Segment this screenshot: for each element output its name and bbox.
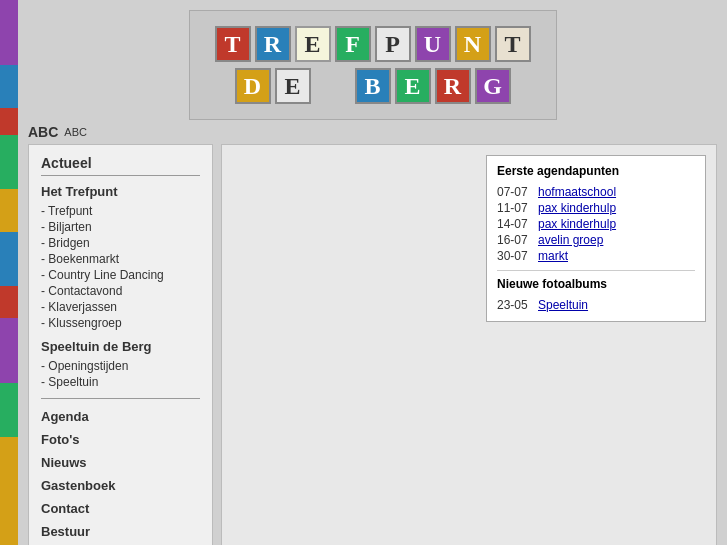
logo-letter-R: R	[255, 26, 291, 62]
agenda-date-2: 11-07	[497, 201, 532, 215]
agenda-link-2[interactable]: pax kinderhulp	[538, 201, 616, 215]
left-color-bar	[0, 0, 18, 545]
agenda-date-5: 30-07	[497, 249, 532, 263]
agenda-divider	[497, 270, 695, 271]
albums-title: Nieuwe fotoalbums	[497, 277, 695, 291]
list-item[interactable]: - Klussengroep	[41, 315, 200, 331]
nav-contact[interactable]: Contact	[41, 499, 200, 518]
nav-fotos[interactable]: Foto's	[41, 430, 200, 449]
agenda-date-3: 14-07	[497, 217, 532, 231]
bar-segment-10	[0, 437, 18, 545]
nav-gastenboek[interactable]: Gastenboek	[41, 476, 200, 495]
agenda-link-3[interactable]: pax kinderhulp	[538, 217, 616, 231]
agenda-link-1[interactable]: hofmaatschool	[538, 185, 616, 199]
sidebar-section-title: Actueel	[41, 155, 200, 176]
agenda-date-1: 07-07	[497, 185, 532, 199]
bar-segment-7	[0, 286, 18, 318]
country-line-dancing-link[interactable]: - Country Line Dancing	[41, 268, 164, 282]
agenda-item-2: 11-07 pax kinderhulp	[497, 200, 695, 216]
openingstijden-link[interactable]: - Openingstijden	[41, 359, 128, 373]
list-item[interactable]: - Biljarten	[41, 219, 200, 235]
logo-letter-G: G	[475, 68, 511, 104]
logo-letter-E2: E	[275, 68, 311, 104]
main-content: Eerste agendapunten 07-07 hofmaatschool …	[221, 144, 717, 545]
bar-segment-2	[0, 65, 18, 108]
agenda-item-3: 14-07 pax kinderhulp	[497, 216, 695, 232]
list-item[interactable]: - Trefpunt	[41, 203, 200, 219]
agenda-date-4: 16-07	[497, 233, 532, 247]
logo-row-2: D E B E R G	[235, 68, 511, 104]
font-large-label[interactable]: ABC	[28, 124, 58, 140]
logo-letter-T: T	[215, 26, 251, 62]
sidebar-trefpunt-title: Het Trefpunt	[41, 184, 200, 199]
font-controls: ABC ABC	[18, 120, 727, 144]
logo-letter-F: F	[335, 26, 371, 62]
bar-segment-4	[0, 135, 18, 189]
logo-letter-N: N	[455, 26, 491, 62]
bar-segment-5	[0, 189, 18, 232]
logo-letter-T2: T	[495, 26, 531, 62]
sidebar: Actueel Het Trefpunt - Trefpunt - Biljar…	[28, 144, 213, 545]
logo-spacer	[315, 68, 351, 104]
klussengroep-link[interactable]: - Klussengroep	[41, 316, 122, 330]
sidebar-speeltuin-title: Speeltuin de Berg	[41, 339, 200, 354]
agenda-box: Eerste agendapunten 07-07 hofmaatschool …	[486, 155, 706, 322]
sidebar-speeltuin-list: - Openingstijden - Speeltuin	[41, 358, 200, 390]
logo-letter-E: E	[295, 26, 331, 62]
agenda-item-5: 30-07 markt	[497, 248, 695, 264]
list-item[interactable]: - Country Line Dancing	[41, 267, 200, 283]
list-item[interactable]: - Contactavond	[41, 283, 200, 299]
album-link-1[interactable]: Speeltuin	[538, 298, 588, 312]
nav-agenda[interactable]: Agenda	[41, 407, 200, 426]
sidebar-trefpunt-list: - Trefpunt - Biljarten - Bridgen - Boeke…	[41, 203, 200, 331]
bar-segment-8	[0, 318, 18, 383]
content-area: Actueel Het Trefpunt - Trefpunt - Biljar…	[18, 144, 727, 545]
bar-segment-1	[0, 0, 18, 65]
bridgen-link[interactable]: - Bridgen	[41, 236, 90, 250]
biljarten-link[interactable]: - Biljarten	[41, 220, 92, 234]
agenda-title: Eerste agendapunten	[497, 164, 695, 178]
bar-segment-9	[0, 383, 18, 437]
logo-letter-U: U	[415, 26, 451, 62]
trefpunt-link[interactable]: - Trefpunt	[41, 204, 92, 218]
logo-letter-E3: E	[395, 68, 431, 104]
contactavond-link[interactable]: - Contactavond	[41, 284, 122, 298]
list-item[interactable]: - Boekenmarkt	[41, 251, 200, 267]
agenda-link-4[interactable]: avelin groep	[538, 233, 603, 247]
font-small-label[interactable]: ABC	[64, 126, 87, 138]
bar-segment-3	[0, 108, 18, 135]
agenda-item-4: 16-07 avelin groep	[497, 232, 695, 248]
logo-letter-P: P	[375, 26, 411, 62]
logo-letter-R2: R	[435, 68, 471, 104]
main-wrapper: T R E F P U N T D E B E R G ABC ABC	[18, 0, 727, 545]
klaverjassen-link[interactable]: - Klaverjassen	[41, 300, 117, 314]
nav-bestuur[interactable]: Bestuur	[41, 522, 200, 541]
list-item[interactable]: - Speeltuin	[41, 374, 200, 390]
album-item-1: 23-05 Speeltuin	[497, 297, 695, 313]
agenda-item-1: 07-07 hofmaatschool	[497, 184, 695, 200]
sidebar-divider	[41, 398, 200, 399]
logo-box: T R E F P U N T D E B E R G	[189, 10, 557, 120]
agenda-link-5[interactable]: markt	[538, 249, 568, 263]
logo-letter-B: B	[355, 68, 391, 104]
logo-letter-D: D	[235, 68, 271, 104]
list-item[interactable]: - Bridgen	[41, 235, 200, 251]
bar-segment-6	[0, 232, 18, 286]
header: T R E F P U N T D E B E R G	[18, 0, 727, 120]
list-item[interactable]: - Openingstijden	[41, 358, 200, 374]
boekenmarkt-link[interactable]: - Boekenmarkt	[41, 252, 119, 266]
speeltuin-link[interactable]: - Speeltuin	[41, 375, 98, 389]
logo-row-1: T R E F P U N T	[215, 26, 531, 62]
nav-nieuws[interactable]: Nieuws	[41, 453, 200, 472]
album-date-1: 23-05	[497, 298, 532, 312]
list-item[interactable]: - Klaverjassen	[41, 299, 200, 315]
